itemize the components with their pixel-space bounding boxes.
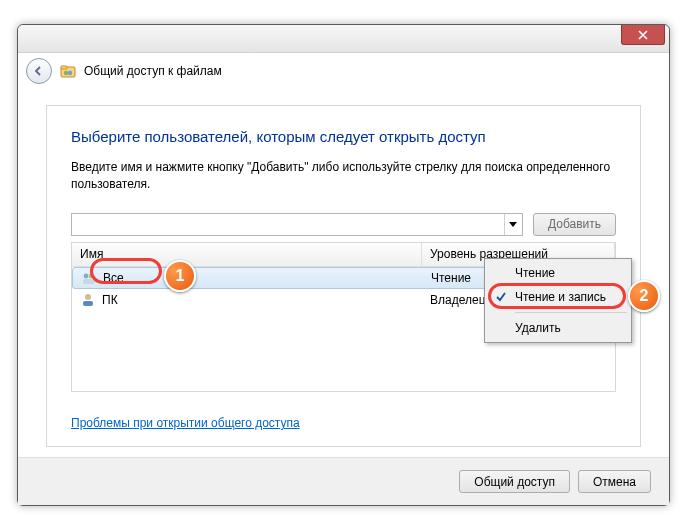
svg-rect-1	[61, 66, 67, 69]
page-description: Введите имя и нажмите кнопку "Добавить" …	[71, 159, 616, 193]
column-name[interactable]: Имя	[72, 243, 422, 266]
cancel-button[interactable]: Отмена	[578, 470, 651, 493]
add-button[interactable]: Добавить	[533, 213, 616, 236]
add-user-row: Добавить	[71, 213, 616, 236]
annotation-badge-1: 1	[164, 260, 196, 292]
menu-separator	[515, 312, 627, 313]
close-icon	[638, 30, 648, 40]
close-button[interactable]	[621, 25, 665, 45]
back-button[interactable]	[26, 58, 52, 84]
permission-menu: Чтение Чтение и запись Удалить	[484, 258, 632, 343]
svg-point-4	[84, 273, 89, 278]
arrow-left-icon	[33, 65, 45, 77]
menu-item-remove[interactable]: Удалить	[487, 316, 629, 340]
svg-rect-6	[83, 279, 95, 284]
svg-point-5	[89, 273, 94, 278]
svg-point-2	[64, 71, 68, 75]
dialog-footer: Общий доступ Отмена	[18, 457, 669, 505]
svg-point-7	[85, 294, 91, 300]
share-folder-icon	[60, 63, 76, 79]
annotation-badge-2: 2	[628, 280, 660, 312]
user-icon	[80, 292, 96, 308]
combobox-arrow[interactable]	[504, 214, 522, 235]
cell-permission: Владелец	[430, 293, 486, 307]
user-combobox[interactable]	[71, 213, 523, 236]
svg-rect-8	[83, 301, 93, 306]
check-icon	[493, 289, 509, 305]
share-button[interactable]: Общий доступ	[459, 470, 570, 493]
menu-item-read[interactable]: Чтение	[487, 261, 629, 285]
help-link[interactable]: Проблемы при открытии общего доступа	[71, 416, 300, 430]
nav-bar: Общий доступ к файлам	[18, 53, 669, 89]
menu-item-readwrite[interactable]: Чтение и запись	[487, 285, 629, 309]
page-heading: Выберите пользователей, которым следует …	[71, 128, 616, 145]
svg-point-3	[68, 71, 72, 75]
users-group-icon	[81, 270, 97, 286]
title-bar	[18, 25, 669, 53]
chevron-down-icon	[509, 222, 517, 227]
cell-name: Все	[103, 271, 124, 285]
cell-name: ПК	[102, 293, 118, 307]
window-title: Общий доступ к файлам	[84, 64, 222, 78]
cell-permission: Чтение	[431, 271, 471, 285]
